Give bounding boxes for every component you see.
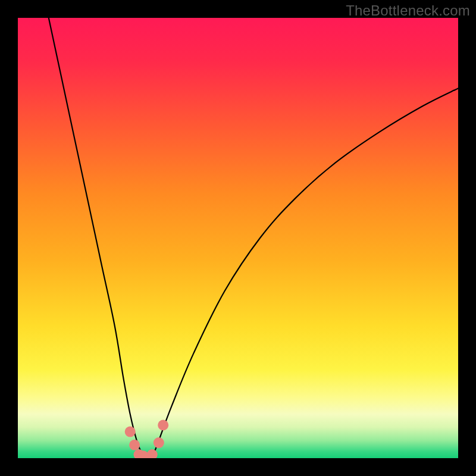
curve-marker	[154, 437, 164, 448]
bottleneck-curve	[49, 18, 458, 455]
curve-marker	[158, 420, 168, 431]
watermark-text: TheBottleneck.com	[346, 2, 470, 19]
chart-frame: TheBottleneck.com	[0, 0, 476, 476]
curve-markers	[125, 420, 169, 459]
curve-marker	[129, 440, 140, 450]
curve-marker	[147, 449, 158, 458]
curve-layer	[18, 18, 458, 458]
curve-marker	[125, 427, 136, 437]
plot-area	[18, 18, 458, 458]
